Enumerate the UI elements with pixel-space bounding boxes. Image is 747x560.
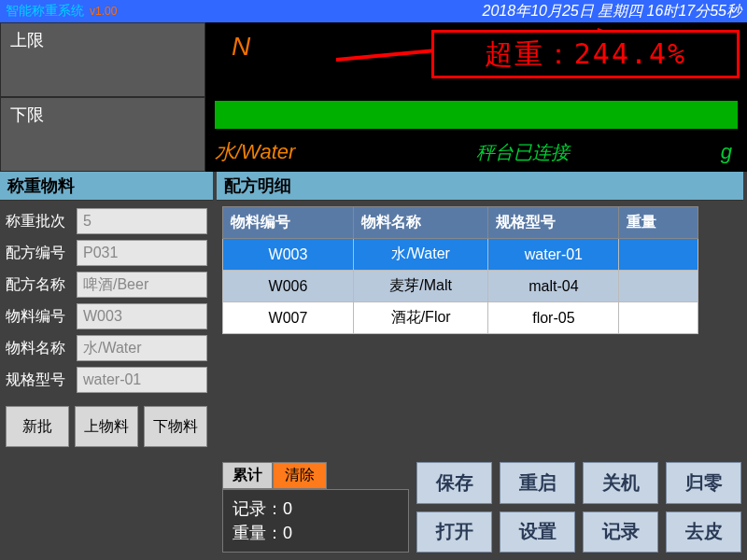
material-no-label: 物料编号 xyxy=(6,307,73,327)
col-spec: 规格型号 xyxy=(488,207,619,239)
new-batch-button[interactable]: 新批 xyxy=(6,406,69,447)
recipe-header: 配方明细 xyxy=(217,172,743,201)
readout-panel: N 超重：244.4% 水/Water 秤台已连接 g xyxy=(205,22,747,172)
action-buttons: 保存 重启 关机 归零 打开 设置 记录 去皮 xyxy=(416,462,741,553)
material-name-label: 物料名称 xyxy=(6,339,73,358)
table-row[interactable]: W006 麦芽/Malt malt-04 xyxy=(223,271,698,302)
weight-line: 重量：0 xyxy=(233,522,399,544)
shutdown-button[interactable]: 关机 xyxy=(583,462,658,504)
reboot-button[interactable]: 重启 xyxy=(500,462,575,504)
col-weight: 重量 xyxy=(619,207,698,239)
spec-input[interactable] xyxy=(77,367,207,393)
left-panel: 称重物料 称重批次 配方编号 配方名称 物料编号 物料名称 规格型号 新批 上物… xyxy=(0,172,213,560)
save-button[interactable]: 保存 xyxy=(416,462,492,504)
limits-panel: 上限 下限 xyxy=(0,22,205,172)
upper-limit-label: 上限 xyxy=(10,29,44,51)
batch-label: 称重批次 xyxy=(6,212,73,231)
title-bar: 智能称重系统 v1.00 2018年10月25日 星期四 16时17分55秒 xyxy=(0,0,747,22)
upper-limit-cell: 上限 xyxy=(0,22,205,97)
recipe-table: 物料编号 物料名称 规格型号 重量 W003 水/Water water-01 … xyxy=(222,206,698,334)
left-header: 称重物料 xyxy=(0,172,213,201)
batch-input[interactable] xyxy=(77,208,207,234)
recipe-name-input[interactable] xyxy=(77,272,207,298)
recipe-no-label: 配方编号 xyxy=(6,244,73,263)
progress-bar xyxy=(215,101,738,129)
tare-button[interactable]: 去皮 xyxy=(666,511,741,553)
form-area: 称重批次 配方编号 配方名称 物料编号 物料名称 规格型号 xyxy=(0,201,213,397)
prev-material-button[interactable]: 上物料 xyxy=(75,406,138,447)
zero-button[interactable]: 归零 xyxy=(666,462,741,504)
recipe-no-input[interactable] xyxy=(77,240,207,266)
table-row[interactable]: W003 水/Water water-01 xyxy=(223,239,698,271)
col-material-no: 物料编号 xyxy=(223,207,354,239)
lower-limit-label: 下限 xyxy=(10,104,44,126)
clear-button[interactable]: 清除 xyxy=(273,462,327,489)
recipe-name-label: 配方名称 xyxy=(6,275,73,295)
spec-label: 规格型号 xyxy=(6,371,73,390)
right-panel: 配方明细 物料编号 物料名称 规格型号 重量 W003 水/Water wate… xyxy=(213,172,747,560)
indicator-n: N xyxy=(232,32,250,62)
material-no-input[interactable] xyxy=(77,303,207,329)
overweight-alert: 超重：244.4% xyxy=(431,30,740,78)
scale-status: 秤台已连接 xyxy=(476,140,570,165)
app-version: v1.00 xyxy=(90,5,117,18)
next-material-button[interactable]: 下物料 xyxy=(144,406,207,447)
records-button[interactable]: 记录 xyxy=(583,511,658,553)
app-title: 智能称重系统 xyxy=(6,3,84,20)
records-line: 记录：0 xyxy=(233,497,399,520)
current-material: 水/Water xyxy=(215,138,295,166)
datetime: 2018年10月25日 星期四 16时17分55秒 xyxy=(483,2,741,21)
totals-label: 累计 xyxy=(222,462,273,489)
unit-label: g xyxy=(721,140,732,164)
totals-box: 累计 清除 记录：0 重量：0 xyxy=(222,462,409,553)
open-button[interactable]: 打开 xyxy=(416,511,492,553)
settings-button[interactable]: 设置 xyxy=(500,511,575,553)
table-row[interactable]: W007 酒花/Flor flor-05 xyxy=(223,302,698,334)
col-material-name: 物料名称 xyxy=(353,207,488,239)
lower-limit-cell: 下限 xyxy=(0,97,205,172)
material-name-input[interactable] xyxy=(77,335,207,361)
